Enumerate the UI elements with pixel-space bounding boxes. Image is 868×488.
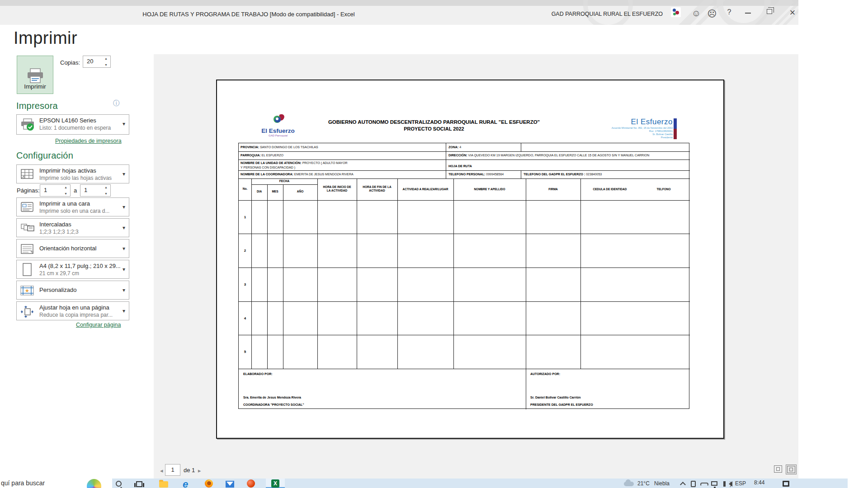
col-telefono: TELFONO — [641, 188, 686, 191]
doc-title-block: GOBIERNO AUTONOMO DESCENTRALIZADO PARROQ… — [298, 119, 570, 131]
doc-unidad-line1: NOMBRE DE LA UNIDAD DE ATENCIÓN: PROYECT… — [241, 161, 347, 165]
feedback-smile-icon[interactable] — [690, 8, 702, 18]
excel-taskbar-icon[interactable] — [271, 479, 283, 488]
doc-zona: ZONA: 4 — [448, 145, 461, 149]
edge-browser-icon[interactable] — [183, 479, 194, 488]
doc-coordinadora: NOMBRE DE LA COORDINADORA: EMERITA DE JE… — [241, 172, 354, 176]
duplex-select[interactable]: Imprimir a una cara Imprime solo en una … — [16, 197, 129, 216]
zoom-to-page-button[interactable] — [786, 465, 797, 474]
collated-pages-icon — [20, 222, 36, 235]
notification-center-icon[interactable] — [783, 479, 794, 488]
close-button[interactable] — [787, 8, 798, 18]
restore-button[interactable] — [767, 9, 772, 14]
zoom-page-icon — [787, 466, 795, 473]
col-hora-fin: HORA DE FIN DE LAACTIVIDAD — [357, 185, 397, 192]
preview-page: El Esfuerzo GAD Parroquial GOBIERNO AUTO… — [216, 80, 724, 439]
margins-grid-icon — [774, 465, 782, 473]
print-button[interactable]: Imprimir — [17, 56, 53, 94]
screen-right-margin — [798, 0, 868, 488]
taskbar-search-text: quí para buscar — [1, 479, 45, 487]
weather-temp[interactable]: 21°C — [637, 480, 650, 487]
one-sided-page-icon — [20, 202, 34, 214]
feedback-frown-icon[interactable] — [706, 8, 718, 18]
next-page-button[interactable] — [198, 466, 201, 474]
col-cedula: CEDULA DE IDENTIDAD — [585, 188, 635, 191]
show-margins-button[interactable] — [774, 465, 785, 475]
pages-to-value[interactable]: 1 — [84, 187, 87, 193]
firefox-icon[interactable] — [205, 479, 217, 488]
orientation-select[interactable]: Orientación horizontal — [16, 239, 129, 258]
screen: HOJA DE RUTAS Y PROGRAMA DE TRABAJO [Mod… — [0, 0, 868, 488]
doc-role-left: COORDINADORA "PROYECTO SOCIAL" — [243, 403, 304, 407]
table-row-number: 2 — [239, 249, 251, 253]
doc-parroquia: PARROQUIA: EL ESFUERZO — [241, 153, 283, 157]
col-nombre: NOMBRE Y APELLIDO — [453, 188, 526, 191]
doc-tel-personal: TELEFONO PERSONAL: 0999458564 — [448, 172, 504, 176]
account-name[interactable]: GAD PARROQUIAL RURAL EL ESFUERZO — [552, 11, 663, 17]
network-icon[interactable] — [711, 479, 723, 488]
page-setup-link[interactable]: Configurar página — [76, 322, 121, 328]
doc-provincia: PROVINCIA: SANTO DOMINGO DE LOS TSACHILA… — [241, 145, 318, 149]
col-dia: DIA — [251, 190, 267, 193]
collation-select[interactable]: Intercaladas 1;2;3 1;2;3 1;2;3 — [16, 218, 129, 237]
previous-page-button[interactable] — [160, 466, 163, 474]
info-icon[interactable] — [113, 99, 119, 108]
minimize-button[interactable] — [745, 13, 751, 14]
volume-icon[interactable] — [723, 479, 735, 488]
window-title: HOJA DE RUTAS Y PROGRAMA DE TRABAJO [Mod… — [0, 11, 497, 18]
printer-select[interactable]: EPSON L4160 Series Listo: 1 documento en… — [16, 114, 129, 135]
active-sheets-icon — [20, 169, 34, 181]
print-what-select[interactable]: Imprimir hojas activas Imprime solo las … — [16, 164, 129, 183]
doc-logo-right-line2: Ruc: 1768113820001 — [601, 130, 673, 133]
printer-section-heading: Impresora — [16, 101, 58, 111]
window-top-edge — [0, 0, 798, 6]
task-view-icon[interactable] — [136, 479, 148, 488]
doc-unidad-line2: Y PERSONAS CON DISCAPACIDAD ) — [241, 165, 295, 169]
col-actividad: ACTIVIDAD A REALIZAR/LUGAR — [397, 188, 453, 191]
pages-to-stepper[interactable]: 1 — [80, 184, 111, 197]
doc-role-right: PRESIDENTE DEL GADPR EL ESFUERZO — [530, 403, 593, 407]
table-row-number: 1 — [239, 215, 251, 219]
col-mes: MES — [267, 190, 283, 193]
paper-size-select[interactable]: A4 (8,2 x 11,7 pulg.; 210 x 29... 21 cm … — [16, 260, 129, 279]
pages-separator-label: a — [74, 187, 77, 194]
scaling-label: Ajustar hoja en una página — [39, 304, 109, 311]
office-icon[interactable] — [247, 479, 259, 488]
printer-properties-link[interactable]: Propiedades de impresora — [55, 138, 122, 144]
table-row-number: 3 — [239, 282, 251, 286]
doc-logo-right-line3: Sr. Bolivar Castillo — [601, 133, 673, 136]
language-indicator[interactable]: ESP — [735, 480, 746, 487]
pages-from-stepper[interactable]: 1 — [40, 184, 71, 197]
doc-logo-right-line4: Presidente — [601, 136, 673, 139]
mail-icon[interactable] — [226, 479, 237, 488]
doc-hoja-de-ruta: HOJA DE RUTA — [448, 164, 472, 168]
doc-logo-left-bird-icon — [270, 113, 286, 126]
custom-margins-icon: ★ — [20, 286, 34, 297]
fit-sheet-icon — [20, 305, 34, 320]
margins-label: Personalizado — [39, 286, 76, 293]
paper-size-label: A4 (8,2 x 11,7 pulg.; 210 x 29... — [39, 263, 121, 269]
page-title: Imprimir — [14, 28, 77, 48]
pages-from-value[interactable]: 1 — [44, 187, 47, 193]
margins-select[interactable]: ★ Personalizado — [16, 281, 129, 300]
search-icon[interactable] — [116, 479, 127, 488]
account-avatar-icon[interactable] — [671, 7, 681, 17]
current-page-input[interactable]: 1 — [165, 464, 180, 476]
scaling-select[interactable]: Ajustar hoja en una página Reduce la cop… — [16, 301, 129, 320]
file-explorer-icon[interactable] — [159, 479, 171, 488]
print-preview-area: El Esfuerzo GAD Parroquial GOBIERNO AUTO… — [154, 54, 798, 479]
copies-value[interactable]: 20 — [87, 58, 93, 65]
onedrive-icon[interactable] — [700, 479, 712, 488]
settings-section-heading: Configuración — [16, 150, 73, 161]
weather-condition[interactable]: Niebla — [654, 480, 670, 487]
printer-device-icon — [20, 118, 35, 133]
collation-sublabel: 1;2;3 1;2;3 1;2;3 — [39, 229, 79, 235]
duplex-sublabel: Imprime solo en una cara d... — [39, 208, 109, 214]
print-what-sublabel: Imprime solo las hojas activas — [39, 175, 112, 181]
clock[interactable]: 8:44 — [754, 479, 764, 486]
copies-stepper[interactable]: 20 — [83, 56, 111, 68]
printer-icon — [26, 68, 44, 84]
pages-label: Páginas: — [17, 187, 40, 194]
weather-cloud-icon[interactable] — [624, 479, 636, 488]
help-icon[interactable] — [723, 8, 735, 18]
